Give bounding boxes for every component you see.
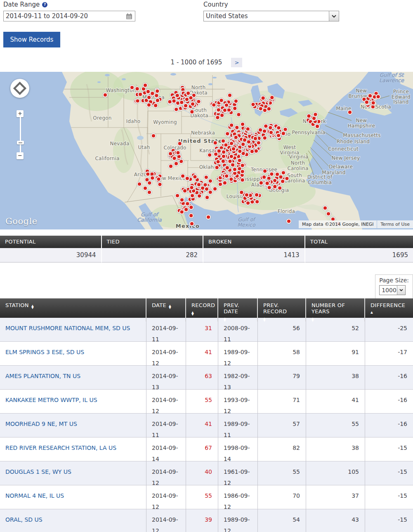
map-canvas[interactable]: WashingtonMontanaNorthDakotaSouthDakotaO… bbox=[0, 72, 413, 229]
map-marker[interactable] bbox=[137, 182, 142, 187]
map-marker[interactable] bbox=[155, 88, 160, 94]
map-marker[interactable] bbox=[186, 90, 191, 96]
map-marker[interactable] bbox=[189, 109, 195, 115]
map-marker[interactable] bbox=[219, 98, 224, 103]
map-marker[interactable] bbox=[232, 106, 238, 111]
map-marker[interactable] bbox=[276, 133, 281, 138]
calendar-icon[interactable] bbox=[126, 13, 132, 19]
map-marker[interactable] bbox=[175, 193, 180, 199]
map-marker[interactable] bbox=[262, 128, 267, 134]
map-marker[interactable] bbox=[174, 161, 179, 166]
map-marker[interactable] bbox=[240, 169, 245, 174]
map-marker[interactable] bbox=[179, 197, 185, 203]
map-marker[interactable] bbox=[204, 187, 210, 192]
station-link[interactable]: ELM SPRINGS 3 ESE, SD US bbox=[5, 348, 84, 357]
map-marker[interactable] bbox=[267, 185, 272, 190]
map-marker[interactable] bbox=[364, 99, 369, 105]
map-marker[interactable] bbox=[130, 85, 135, 90]
station-link[interactable]: ORAL, SD US bbox=[5, 516, 42, 524]
map-marker[interactable] bbox=[254, 192, 260, 198]
map-marker[interactable] bbox=[229, 154, 234, 159]
map-marker[interactable] bbox=[262, 175, 267, 180]
map-marker[interactable] bbox=[241, 142, 246, 147]
map-marker[interactable] bbox=[157, 182, 163, 187]
map-marker[interactable] bbox=[315, 124, 320, 129]
map-marker[interactable] bbox=[214, 165, 219, 170]
map-marker[interactable] bbox=[371, 100, 376, 106]
map-marker[interactable] bbox=[212, 140, 218, 146]
map-marker[interactable] bbox=[174, 107, 179, 112]
map-marker[interactable] bbox=[183, 103, 189, 109]
map-marker[interactable] bbox=[208, 178, 213, 184]
zoom-out-button[interactable]: − bbox=[17, 152, 24, 159]
map-marker[interactable] bbox=[150, 175, 155, 181]
map-marker[interactable] bbox=[224, 173, 229, 179]
map-marker[interactable] bbox=[171, 98, 177, 104]
map-marker[interactable] bbox=[224, 165, 230, 170]
zoom-in-button[interactable]: + bbox=[17, 110, 24, 117]
map-marker[interactable] bbox=[203, 175, 209, 180]
map-marker[interactable] bbox=[182, 188, 188, 194]
map-marker[interactable] bbox=[135, 98, 140, 104]
map-marker[interactable] bbox=[250, 102, 256, 107]
map-marker[interactable] bbox=[313, 112, 318, 117]
station-link[interactable]: NORMAL 4 NE, IL US bbox=[5, 492, 64, 500]
map-marker[interactable] bbox=[207, 152, 212, 158]
map-marker[interactable] bbox=[189, 185, 194, 190]
map-marker[interactable] bbox=[197, 193, 202, 199]
station-link[interactable]: RED RIVER RESEARCH STATION, LA US bbox=[5, 444, 116, 452]
zoom-slider-handle[interactable] bbox=[17, 141, 24, 144]
map-marker[interactable] bbox=[347, 110, 353, 115]
map-marker[interactable] bbox=[155, 98, 160, 103]
map-marker[interactable] bbox=[237, 149, 243, 154]
map-marker[interactable] bbox=[249, 149, 255, 154]
map-marker[interactable] bbox=[245, 126, 250, 132]
map-marker[interactable] bbox=[375, 94, 381, 99]
map-marker[interactable] bbox=[277, 185, 283, 191]
map-marker[interactable] bbox=[177, 141, 182, 146]
map-marker[interactable] bbox=[146, 102, 152, 108]
help-icon[interactable]: ? bbox=[42, 2, 47, 7]
map-marker[interactable] bbox=[281, 170, 286, 175]
map-marker[interactable] bbox=[262, 135, 267, 141]
map-marker[interactable] bbox=[221, 154, 226, 159]
map-marker[interactable] bbox=[184, 97, 189, 102]
map-marker[interactable] bbox=[219, 113, 225, 118]
country-select[interactable]: United States bbox=[203, 11, 339, 21]
map-marker[interactable] bbox=[172, 156, 177, 161]
map-marker[interactable] bbox=[184, 207, 189, 212]
map-marker[interactable] bbox=[283, 127, 288, 132]
map-marker[interactable] bbox=[151, 133, 156, 139]
map-marker[interactable] bbox=[227, 92, 233, 98]
map-marker[interactable] bbox=[145, 171, 151, 177]
map-marker[interactable] bbox=[262, 168, 268, 174]
map-marker[interactable] bbox=[259, 180, 264, 186]
map-marker[interactable] bbox=[326, 211, 331, 217]
map-marker[interactable] bbox=[196, 182, 202, 187]
map-marker[interactable] bbox=[190, 193, 195, 199]
map-marker[interactable] bbox=[225, 131, 230, 137]
map-marker[interactable] bbox=[269, 130, 274, 135]
map-marker[interactable] bbox=[143, 83, 148, 88]
map-marker[interactable] bbox=[306, 113, 312, 119]
station-link[interactable]: MOUNT RUSHMORE NATIONAL MEM, SD US bbox=[5, 324, 130, 333]
date-range-input[interactable]: 2014-09-11 to 2014-09-20 bbox=[3, 11, 135, 21]
page-size-select[interactable]: 1000 bbox=[379, 285, 406, 295]
station-link[interactable]: AMES PLANTATION, TN US bbox=[5, 372, 80, 381]
map-marker[interactable] bbox=[229, 123, 234, 128]
map-marker[interactable] bbox=[147, 180, 152, 186]
map-marker[interactable] bbox=[147, 190, 152, 195]
show-records-button[interactable]: Show Records bbox=[3, 32, 60, 47]
map-marker[interactable] bbox=[153, 103, 158, 108]
station-link[interactable]: KANKAKEE METRO WWTP, IL US bbox=[5, 396, 97, 404]
map-marker[interactable] bbox=[143, 186, 148, 191]
map-marker[interactable] bbox=[222, 108, 227, 113]
map-marker[interactable] bbox=[323, 206, 328, 211]
map-marker[interactable] bbox=[168, 164, 174, 169]
map-marker[interactable] bbox=[146, 89, 151, 94]
map-marker[interactable] bbox=[146, 95, 152, 100]
map-marker[interactable] bbox=[231, 146, 236, 151]
map-marker[interactable] bbox=[196, 99, 201, 104]
station-link[interactable]: MOORHEAD 9 NE, MT US bbox=[5, 420, 77, 428]
map-marker[interactable] bbox=[185, 201, 190, 206]
